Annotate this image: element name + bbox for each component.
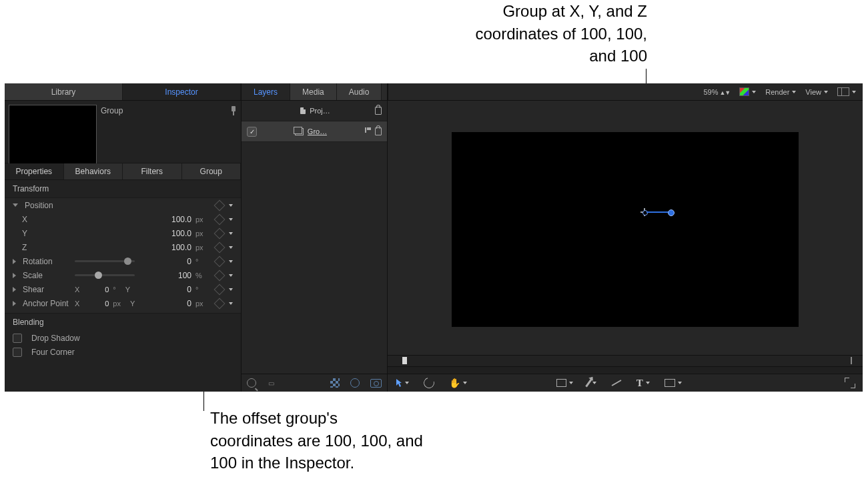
keyframe-button[interactable]	[214, 270, 226, 281]
fit-button[interactable]: ▭	[267, 379, 276, 388]
keyframe-button[interactable]	[214, 298, 226, 309]
3d-transform-tool[interactable]	[424, 378, 434, 388]
param-anchor-point[interactable]: Anchor Point X 0 px Y 0 px	[5, 296, 241, 310]
out-marker-icon[interactable]	[851, 357, 852, 364]
inspector-tab-bar: Properties Behaviors Filters Group	[5, 163, 241, 180]
layout-menu[interactable]	[837, 87, 856, 96]
tab-media[interactable]: Media	[290, 83, 337, 100]
param-position-x[interactable]: X 100.0 px	[5, 212, 241, 226]
axis-label: Y	[125, 286, 130, 294]
value-field[interactable]: 0	[83, 286, 109, 294]
tab-inspector[interactable]: Inspector	[123, 83, 241, 100]
lock-icon[interactable]	[375, 127, 382, 135]
value-field[interactable]: 0	[151, 257, 191, 266]
lock-icon[interactable]	[375, 107, 382, 115]
checkbox[interactable]	[13, 348, 22, 357]
color-channel-menu[interactable]	[739, 87, 756, 96]
keyframe-button[interactable]	[214, 284, 226, 295]
chevron-down-icon	[824, 91, 828, 93]
pin-inspector[interactable]	[230, 106, 237, 115]
chevron-down-icon[interactable]	[229, 218, 233, 221]
chevron-down-icon[interactable]	[229, 246, 233, 249]
text-tool[interactable]: T	[636, 378, 650, 389]
inspector-tab-group[interactable]: Group	[182, 163, 242, 179]
checkbox[interactable]	[13, 334, 22, 343]
visibility-checkbox[interactable]: ✓	[247, 127, 257, 137]
view-menu[interactable]: View	[805, 88, 828, 96]
flag-icon[interactable]	[365, 127, 372, 133]
param-shear[interactable]: Shear X 0 ° Y 0 °	[5, 282, 241, 296]
param-four-corner[interactable]: Four Corner	[5, 345, 241, 359]
disclosure-icon	[13, 287, 16, 292]
param-label: Anchor Point	[23, 299, 71, 308]
checker-icon	[330, 378, 340, 388]
line-tool[interactable]	[611, 378, 622, 389]
canvas-area[interactable]	[388, 101, 863, 355]
axis-handle-line[interactable]	[646, 211, 669, 213]
value-field[interactable]: 100.0	[151, 215, 191, 224]
tab-audio[interactable]: Audio	[337, 83, 382, 100]
render-menu[interactable]: Render	[765, 88, 796, 96]
keyframe-button[interactable]	[214, 213, 226, 225]
filter-mask-button[interactable]	[330, 378, 340, 388]
layers-row-project[interactable]: Proj…	[242, 101, 387, 121]
param-label: Scale	[23, 271, 71, 280]
playhead-icon[interactable]	[402, 357, 407, 364]
keyframe-button[interactable]	[214, 227, 226, 239]
timeline-scrollbar[interactable]	[388, 367, 863, 374]
param-label: Position	[25, 201, 53, 210]
param-scale[interactable]: Scale 100 %	[5, 268, 241, 282]
chevron-down-icon[interactable]	[229, 232, 233, 235]
filter-camera-button[interactable]	[370, 379, 382, 388]
param-drop-shadow[interactable]: Drop Shadow	[5, 331, 241, 345]
keyframe-button[interactable]	[214, 256, 226, 267]
param-position[interactable]: Position	[5, 198, 241, 212]
zoom-level[interactable]: 59%▲▼	[703, 88, 730, 96]
value-field[interactable]: 0	[83, 300, 109, 308]
select-tool[interactable]	[396, 378, 409, 388]
param-position-y[interactable]: Y 100.0 px	[5, 226, 241, 240]
value-field[interactable]: 100.0	[151, 229, 191, 238]
chevron-down-icon[interactable]	[229, 260, 233, 263]
pan-tool[interactable]: ✋	[449, 378, 467, 388]
fullscreen-button[interactable]	[845, 378, 855, 388]
chevron-down-icon[interactable]	[229, 274, 233, 277]
chevron-down-icon[interactable]	[229, 302, 233, 305]
inspector-tab-filters[interactable]: Filters	[123, 163, 182, 179]
keyframe-button[interactable]	[214, 242, 226, 253]
inspector-header: Group	[5, 101, 241, 163]
section-transform: Transform	[5, 180, 241, 197]
mask-tool[interactable]	[665, 378, 682, 389]
keyframe-button[interactable]	[214, 199, 226, 211]
canvas[interactable]	[452, 132, 799, 327]
layers-row-group[interactable]: ✓ Gro…	[242, 121, 387, 142]
unit-label: %	[195, 272, 207, 280]
mini-timeline[interactable]	[388, 355, 863, 367]
top-tab-bar: Library Inspector Layers Media Audio 59%…	[5, 83, 863, 101]
unit-label: px	[195, 300, 207, 308]
value-field[interactable]: 0	[151, 299, 191, 308]
pen-tool[interactable]	[588, 378, 596, 389]
object-name: Group	[101, 106, 123, 115]
param-position-z[interactable]: Z 100.0 px	[5, 240, 241, 254]
chevron-down-icon	[569, 382, 573, 384]
layer-name[interactable]: Gro…	[308, 127, 327, 135]
value-field[interactable]: 100	[151, 271, 191, 280]
axis-handle[interactable]	[668, 209, 675, 216]
unit-label: °	[113, 286, 115, 294]
tab-library[interactable]: Library	[5, 83, 123, 100]
shape-tool[interactable]	[556, 378, 573, 389]
inspector-pane: Group Properties Behaviors Filters Group…	[5, 101, 242, 392]
layers-pane: Proj… ✓ Gro… ▭	[242, 101, 388, 392]
param-rotation[interactable]: Rotation 0 °	[5, 254, 241, 268]
tab-layers[interactable]: Layers	[242, 83, 290, 100]
unit-label: °	[195, 258, 207, 266]
search-button[interactable]	[247, 378, 256, 388]
inspector-tab-behaviors[interactable]: Behaviors	[64, 163, 123, 179]
value-field[interactable]: 100.0	[151, 243, 191, 252]
chevron-down-icon[interactable]	[229, 288, 233, 291]
inspector-tab-properties[interactable]: Properties	[5, 163, 64, 179]
chevron-down-icon[interactable]	[229, 204, 233, 207]
value-field[interactable]: 0	[151, 285, 191, 294]
filter-behavior-button[interactable]	[350, 378, 360, 388]
